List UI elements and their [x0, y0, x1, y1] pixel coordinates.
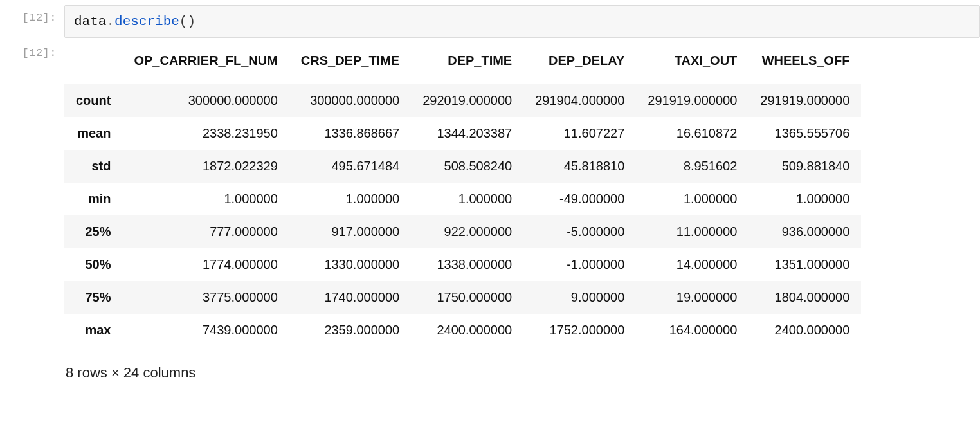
dataframe-shape-note: 8 rows × 24 columns	[64, 347, 980, 388]
dataframe-cell: 1.000000	[636, 183, 749, 215]
dataframe-cell: 1336.868667	[289, 117, 411, 150]
dataframe-index-cell: 75%	[64, 281, 122, 314]
dataframe-index-cell: 50%	[64, 248, 122, 281]
table-row: mean2338.2319501336.8686671344.20338711.…	[64, 117, 861, 150]
dataframe-cell: 1774.000000	[122, 248, 289, 281]
output-prompt: [12]:	[0, 41, 64, 59]
dataframe-cell: 16.610872	[636, 117, 749, 150]
table-row: std1872.022329495.671484508.50824045.818…	[64, 150, 861, 183]
dataframe-cell: 1750.000000	[411, 281, 523, 314]
dataframe-cell: 1872.022329	[122, 150, 289, 183]
dataframe-cell: 1351.000000	[749, 248, 861, 281]
input-prompt: [12]:	[0, 5, 64, 24]
dataframe-table: OP_CARRIER_FL_NUMCRS_DEP_TIMEDEP_TIMEDEP…	[64, 44, 861, 347]
dataframe-cell: 917.000000	[289, 215, 411, 248]
table-row: min1.0000001.0000001.000000-49.0000001.0…	[64, 183, 861, 215]
dataframe-column-header: WHEELS_OFF	[749, 44, 861, 84]
dataframe-column-header: DEP_DELAY	[523, 44, 636, 84]
dataframe-cell: -1.000000	[523, 248, 636, 281]
dataframe-cell: 292019.000000	[411, 84, 523, 118]
dataframe-cell: 1.000000	[411, 183, 523, 215]
code-token-dot: .	[106, 14, 114, 29]
dataframe-cell: 508.508240	[411, 150, 523, 183]
dataframe-cell: 291904.000000	[523, 84, 636, 118]
dataframe-cell: 19.000000	[636, 281, 749, 314]
dataframe-cell: 936.000000	[749, 215, 861, 248]
dataframe-cell: 164.000000	[636, 314, 749, 347]
dataframe-thead: OP_CARRIER_FL_NUMCRS_DEP_TIMEDEP_TIMEDEP…	[64, 44, 861, 84]
dataframe-cell: 2359.000000	[289, 314, 411, 347]
code-token-parens: ()	[179, 14, 195, 29]
dataframe-column-header: DEP_TIME	[411, 44, 523, 84]
dataframe-cell: 1344.203387	[411, 117, 523, 150]
input-cell: [12]: data.describe()	[0, 5, 980, 38]
dataframe-cell: 1.000000	[749, 183, 861, 215]
dataframe-index-cell: std	[64, 150, 122, 183]
dataframe-cell: 9.000000	[523, 281, 636, 314]
dataframe-cell: 8.951602	[636, 150, 749, 183]
dataframe-cell: 2338.231950	[122, 117, 289, 150]
code-token-var: data	[74, 14, 106, 29]
dataframe-column-header: TAXI_OUT	[636, 44, 749, 84]
dataframe-cell: 1752.000000	[523, 314, 636, 347]
dataframe-index-cell: 25%	[64, 215, 122, 248]
dataframe-cell: 14.000000	[636, 248, 749, 281]
dataframe-cell: 45.818810	[523, 150, 636, 183]
dataframe-cell: 7439.000000	[122, 314, 289, 347]
dataframe-column-header: OP_CARRIER_FL_NUM	[122, 44, 289, 84]
dataframe-cell: -49.000000	[523, 183, 636, 215]
dataframe-cell: 1338.000000	[411, 248, 523, 281]
dataframe-cell: 509.881840	[749, 150, 861, 183]
dataframe-cell: 1.000000	[289, 183, 411, 215]
code-token-method: describe	[114, 14, 179, 29]
table-row: max7439.0000002359.0000002400.0000001752…	[64, 314, 861, 347]
jupyter-notebook: [12]: data.describe() [12]: OP_CARRIER_F…	[0, 0, 980, 395]
dataframe-cell: 2400.000000	[749, 314, 861, 347]
output-area: OP_CARRIER_FL_NUMCRS_DEP_TIMEDEP_TIMEDEP…	[64, 41, 980, 388]
table-row: 75%3775.0000001740.0000001750.0000009.00…	[64, 281, 861, 314]
dataframe-index-cell: count	[64, 84, 122, 118]
dataframe-cell: 300000.000000	[122, 84, 289, 118]
table-row: 25%777.000000917.000000922.000000-5.0000…	[64, 215, 861, 248]
dataframe-cell: 11.607227	[523, 117, 636, 150]
dataframe-cell: 495.671484	[289, 150, 411, 183]
dataframe-index-cell: mean	[64, 117, 122, 150]
dataframe-cell: 11.000000	[636, 215, 749, 248]
dataframe-index-cell: min	[64, 183, 122, 215]
dataframe-cell: 1365.555706	[749, 117, 861, 150]
dataframe-index-cell: max	[64, 314, 122, 347]
code-input[interactable]: data.describe()	[64, 5, 980, 38]
table-row: 50%1774.0000001330.0000001338.000000-1.0…	[64, 248, 861, 281]
dataframe-header-row: OP_CARRIER_FL_NUMCRS_DEP_TIMEDEP_TIMEDEP…	[64, 44, 861, 84]
dataframe-cell: 3775.000000	[122, 281, 289, 314]
dataframe-cell: 300000.000000	[289, 84, 411, 118]
dataframe-cell: 291919.000000	[749, 84, 861, 118]
dataframe-cell: 1740.000000	[289, 281, 411, 314]
dataframe-cell: 1804.000000	[749, 281, 861, 314]
dataframe-cell: 1.000000	[122, 183, 289, 215]
dataframe-column-header: CRS_DEP_TIME	[289, 44, 411, 84]
dataframe-cell: 922.000000	[411, 215, 523, 248]
dataframe-cell: 2400.000000	[411, 314, 523, 347]
dataframe-cell: 291919.000000	[636, 84, 749, 118]
dataframe-tbody: count300000.000000300000.000000292019.00…	[64, 84, 861, 347]
table-row: count300000.000000300000.000000292019.00…	[64, 84, 861, 118]
dataframe-cell: -5.000000	[523, 215, 636, 248]
dataframe-corner-cell	[64, 44, 122, 84]
dataframe-cell: 1330.000000	[289, 248, 411, 281]
output-cell: [12]: OP_CARRIER_FL_NUMCRS_DEP_TIMEDEP_T…	[0, 41, 980, 388]
dataframe-cell: 777.000000	[122, 215, 289, 248]
